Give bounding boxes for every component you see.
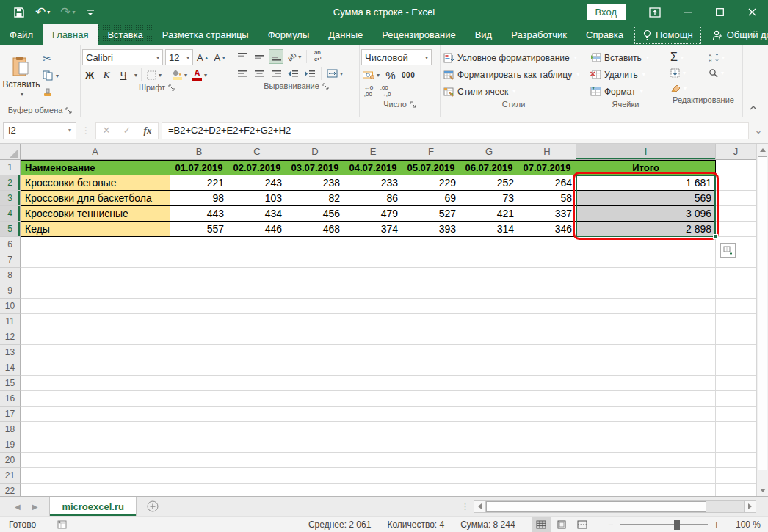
- cell-F17[interactable]: [402, 407, 460, 422]
- cell-G4[interactable]: 421: [460, 206, 518, 222]
- cell-I8[interactable]: [576, 268, 716, 283]
- minimize-button[interactable]: [671, 0, 703, 24]
- row-header-17[interactable]: 17: [0, 407, 21, 422]
- tab-help[interactable]: Справка: [576, 24, 633, 45]
- bold-button[interactable]: Ж: [82, 68, 97, 82]
- cell-D13[interactable]: [286, 345, 344, 360]
- cell-G19[interactable]: [460, 437, 518, 453]
- cell-I17[interactable]: [576, 407, 716, 422]
- cell-styles-button[interactable]: Стили ячеек▾: [442, 84, 585, 99]
- cell-J8[interactable]: [716, 268, 756, 283]
- column-header-C[interactable]: C: [228, 144, 286, 160]
- cell-A7[interactable]: [21, 252, 170, 268]
- cell-B18[interactable]: [170, 422, 228, 437]
- autofill-options-button[interactable]: [720, 243, 736, 258]
- cell-H11[interactable]: [518, 314, 576, 329]
- cell-G10[interactable]: [460, 299, 518, 314]
- cell-I21[interactable]: [576, 468, 716, 484]
- cell-A17[interactable]: [21, 407, 170, 422]
- cell-B15[interactable]: [170, 376, 228, 391]
- font-name-select[interactable]: Calibri▾: [82, 49, 163, 65]
- cell-G3[interactable]: 73: [460, 191, 518, 206]
- cell-F3[interactable]: 69: [402, 191, 460, 206]
- cell-D18[interactable]: [286, 422, 344, 437]
- cell-A19[interactable]: [21, 437, 170, 453]
- tab-share[interactable]: Общий доступ: [703, 24, 768, 45]
- cell-C4[interactable]: 434: [228, 206, 286, 222]
- cell-G17[interactable]: [460, 407, 518, 422]
- cell-C6[interactable]: [228, 237, 286, 252]
- cell-I3[interactable]: 569: [576, 191, 716, 206]
- cell-A2[interactable]: Кроссовки беговые: [21, 175, 170, 191]
- cell-H2[interactable]: 264: [518, 175, 576, 191]
- name-box[interactable]: I2 ▾: [3, 122, 76, 139]
- cell-G12[interactable]: [460, 329, 518, 345]
- tab-file[interactable]: Файл: [0, 24, 43, 45]
- cell-E15[interactable]: [344, 376, 402, 391]
- row-header-18[interactable]: 18: [0, 422, 21, 437]
- redo-button[interactable]: ↷▾: [60, 6, 75, 18]
- cell-F18[interactable]: [402, 422, 460, 437]
- sheet-tab-active[interactable]: microexcel.ru: [49, 497, 137, 516]
- cell-A9[interactable]: [21, 283, 170, 299]
- zoom-slider[interactable]: [620, 524, 708, 525]
- cell-I7[interactable]: [576, 252, 716, 268]
- cell-G7[interactable]: [460, 252, 518, 268]
- cell-I5[interactable]: 2 898: [576, 222, 716, 237]
- row-header-22[interactable]: 22: [0, 484, 21, 496]
- paste-button[interactable]: Вставить ▾: [1, 48, 41, 105]
- borders-button[interactable]: ▾: [145, 68, 163, 82]
- horizontal-scrollbar-thumb[interactable]: [486, 501, 706, 512]
- underline-dropdown-icon[interactable]: ▾: [134, 72, 137, 79]
- vertical-scrollbar[interactable]: [756, 144, 768, 496]
- cell-D4[interactable]: 456: [286, 206, 344, 222]
- cell-F22[interactable]: [402, 484, 460, 496]
- cell-H3[interactable]: 58: [518, 191, 576, 206]
- zoom-out-button[interactable]: −: [608, 519, 614, 531]
- cell-I13[interactable]: [576, 345, 716, 360]
- sheet-nav-left-icon[interactable]: ◀: [15, 503, 21, 511]
- tab-formulas[interactable]: Формулы: [258, 24, 319, 45]
- zoom-in-button[interactable]: +: [714, 519, 720, 531]
- cell-E16[interactable]: [344, 391, 402, 407]
- column-header-H[interactable]: H: [518, 144, 576, 160]
- cell-A20[interactable]: [21, 453, 170, 468]
- cell-C11[interactable]: [228, 314, 286, 329]
- cell-C2[interactable]: 243: [228, 175, 286, 191]
- cell-C18[interactable]: [228, 422, 286, 437]
- cell-J2[interactable]: [716, 175, 756, 191]
- cell-C14[interactable]: [228, 360, 286, 376]
- cell-A11[interactable]: [21, 314, 170, 329]
- scroll-left-icon[interactable]: [474, 500, 486, 513]
- cell-H6[interactable]: [518, 237, 576, 252]
- cell-F4[interactable]: 527: [402, 206, 460, 222]
- vertical-scrollbar-thumb[interactable]: [758, 156, 767, 470]
- cell-I10[interactable]: [576, 299, 716, 314]
- cell-F16[interactable]: [402, 391, 460, 407]
- tab-insert[interactable]: Вставка: [98, 24, 152, 45]
- cell-I20[interactable]: [576, 453, 716, 468]
- cell-D7[interactable]: [286, 252, 344, 268]
- cell-J9[interactable]: [716, 283, 756, 299]
- font-size-select[interactable]: 12▾: [165, 49, 193, 65]
- row-header-19[interactable]: 19: [0, 437, 21, 453]
- cell-A6[interactable]: [21, 237, 170, 252]
- cell-B9[interactable]: [170, 283, 228, 299]
- cell-D16[interactable]: [286, 391, 344, 407]
- cell-B19[interactable]: [170, 437, 228, 453]
- column-header-I[interactable]: I: [576, 144, 716, 160]
- cell-C19[interactable]: [228, 437, 286, 453]
- cell-C13[interactable]: [228, 345, 286, 360]
- cell-H7[interactable]: [518, 252, 576, 268]
- cell-H22[interactable]: [518, 484, 576, 496]
- format-painter-button[interactable]: [41, 86, 60, 99]
- cell-B7[interactable]: [170, 252, 228, 268]
- close-button[interactable]: [736, 0, 768, 24]
- cell-A5[interactable]: Кеды: [21, 222, 170, 237]
- cell-E5[interactable]: 374: [344, 222, 402, 237]
- cell-G8[interactable]: [460, 268, 518, 283]
- cell-F6[interactable]: [402, 237, 460, 252]
- cell-H1[interactable]: 07.07.2019: [518, 160, 576, 175]
- cell-C12[interactable]: [228, 329, 286, 345]
- cell-D20[interactable]: [286, 453, 344, 468]
